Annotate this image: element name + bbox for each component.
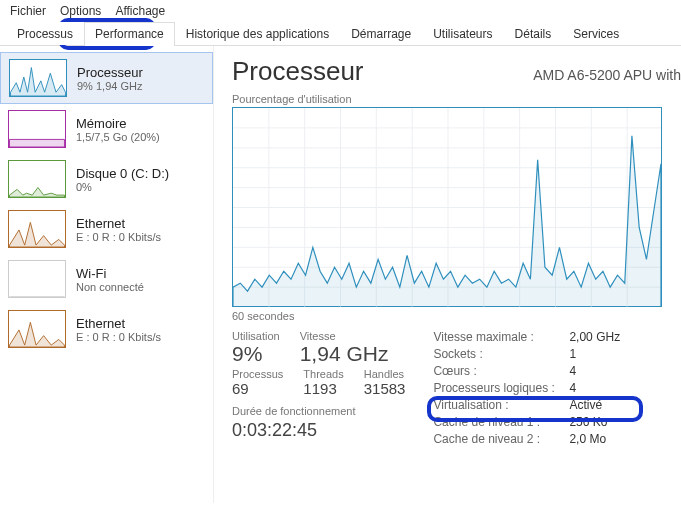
detail-label: Cache de niveau 2 : bbox=[433, 432, 563, 446]
detail-value: 2,00 GHz bbox=[569, 330, 639, 344]
cpu-chart bbox=[232, 107, 662, 307]
sidebar-item-ethernet[interactable]: EthernetE : 0 R : 0 Kbits/s bbox=[0, 204, 213, 254]
sidebar: Processeur9% 1,94 GHzMémoire1,5/7,5 Go (… bbox=[0, 46, 214, 503]
metric-label: Processus bbox=[232, 368, 283, 380]
tab-détails[interactable]: Détails bbox=[504, 22, 563, 45]
sidebar-thumb bbox=[8, 210, 66, 248]
metric-value: 31583 bbox=[364, 380, 406, 397]
sidebar-item-sub: 0% bbox=[76, 181, 169, 193]
metric-handles: Handles31583 bbox=[364, 368, 406, 397]
tab-performance[interactable]: Performance bbox=[84, 22, 175, 46]
sidebar-item-title: Wi-Fi bbox=[76, 266, 144, 281]
sidebar-item-sub: 9% 1,94 GHz bbox=[77, 80, 143, 92]
metric-value: 69 bbox=[232, 380, 283, 397]
metric-label: Handles bbox=[364, 368, 406, 380]
tab-historique-des-applications[interactable]: Historique des applications bbox=[175, 22, 340, 45]
detail-value: 1 bbox=[569, 347, 639, 361]
sidebar-thumb bbox=[9, 59, 67, 97]
menubar: FichierOptionsAffichage bbox=[0, 0, 681, 22]
sidebar-item-title: Processeur bbox=[77, 65, 143, 80]
metric-threads: Threads1193 bbox=[303, 368, 343, 397]
detail-label: Sockets : bbox=[433, 347, 563, 361]
detail-value: 256 Ko bbox=[569, 415, 639, 429]
sidebar-thumb bbox=[8, 110, 66, 148]
cpu-name: AMD A6-5200 APU with bbox=[533, 67, 681, 83]
detail-value: 4 bbox=[569, 364, 639, 378]
uptime-label: Durée de fonctionnement bbox=[232, 405, 405, 417]
detail-value: 4 bbox=[569, 381, 639, 395]
sidebar-item-sub: E : 0 R : 0 Kbits/s bbox=[76, 231, 161, 243]
metric-vitesse: Vitesse1,94 GHz bbox=[300, 330, 389, 366]
page-title: Processeur bbox=[232, 56, 364, 87]
sidebar-item-processeur[interactable]: Processeur9% 1,94 GHz bbox=[0, 52, 213, 104]
metric-utilisation: Utilisation9% bbox=[232, 330, 280, 366]
stats-right: Vitesse maximale :2,00 GHzSockets :1Cœur… bbox=[433, 330, 639, 446]
sidebar-item-sub: 1,5/7,5 Go (20%) bbox=[76, 131, 160, 143]
detail-label: Virtualisation : bbox=[433, 398, 563, 412]
uptime-value: 0:03:22:45 bbox=[232, 420, 405, 441]
sidebar-item-ethernet[interactable]: EthernetE : 0 R : 0 Kbits/s bbox=[0, 304, 213, 354]
metric-value: 9% bbox=[232, 342, 280, 366]
menu-affichage[interactable]: Affichage bbox=[115, 4, 165, 18]
metric-label: Vitesse bbox=[300, 330, 389, 342]
detail-label: Cœurs : bbox=[433, 364, 563, 378]
stats-left: Utilisation9%Vitesse1,94 GHz Processus69… bbox=[232, 330, 405, 446]
sidebar-thumb bbox=[8, 160, 66, 198]
tab-services[interactable]: Services bbox=[562, 22, 630, 45]
sidebar-item-m-moire[interactable]: Mémoire1,5/7,5 Go (20%) bbox=[0, 104, 213, 154]
metric-label: Threads bbox=[303, 368, 343, 380]
sidebar-item-title: Ethernet bbox=[76, 216, 161, 231]
metrics-sm: Processus69Threads1193Handles31583 bbox=[232, 368, 405, 397]
metric-processus: Processus69 bbox=[232, 368, 283, 397]
sidebar-item-title: Disque 0 (C: D:) bbox=[76, 166, 169, 181]
detail-value: Activé bbox=[569, 398, 639, 412]
tab-démarrage[interactable]: Démarrage bbox=[340, 22, 422, 45]
chart-bottom-label: 60 secondes bbox=[232, 310, 681, 322]
detail-label: Cache de niveau 1 : bbox=[433, 415, 563, 429]
detail-label: Vitesse maximale : bbox=[433, 330, 563, 344]
metric-label: Utilisation bbox=[232, 330, 280, 342]
tab-processus[interactable]: Processus bbox=[6, 22, 84, 45]
metric-value: 1193 bbox=[303, 380, 343, 397]
chart-line bbox=[233, 136, 661, 307]
sidebar-item-sub: E : 0 R : 0 Kbits/s bbox=[76, 331, 161, 343]
menu-fichier[interactable]: Fichier bbox=[10, 4, 46, 18]
menu-options[interactable]: Options bbox=[60, 4, 101, 18]
metric-value: 1,94 GHz bbox=[300, 342, 389, 366]
sidebar-item-wi-fi[interactable]: Wi-FiNon connecté bbox=[0, 254, 213, 304]
tab-utilisateurs[interactable]: Utilisateurs bbox=[422, 22, 503, 45]
sidebar-thumb bbox=[8, 260, 66, 298]
sidebar-item-disque-0-c-d-[interactable]: Disque 0 (C: D:)0% bbox=[0, 154, 213, 204]
tab-bar: ProcessusPerformanceHistorique des appli… bbox=[0, 22, 681, 46]
sidebar-thumb bbox=[8, 310, 66, 348]
main-panel: Processeur AMD A6-5200 APU with Pourcent… bbox=[214, 46, 681, 503]
metrics-big: Utilisation9%Vitesse1,94 GHz bbox=[232, 330, 405, 366]
sidebar-item-sub: Non connecté bbox=[76, 281, 144, 293]
sidebar-item-title: Ethernet bbox=[76, 316, 161, 331]
detail-label: Processeurs logiques : bbox=[433, 381, 563, 395]
chart-top-label: Pourcentage d'utilisation bbox=[232, 93, 681, 105]
detail-value: 2,0 Mo bbox=[569, 432, 639, 446]
sidebar-item-title: Mémoire bbox=[76, 116, 160, 131]
